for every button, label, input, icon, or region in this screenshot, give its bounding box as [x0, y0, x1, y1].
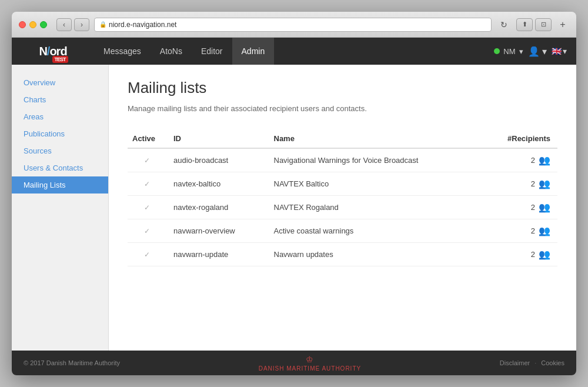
page-title: Mailing lists	[128, 79, 557, 97]
cell-name: Navigational Warnings for Voice Broadcas…	[269, 148, 483, 172]
close-button[interactable]	[19, 21, 26, 28]
sidebar-item-publications[interactable]: Publications	[12, 125, 108, 142]
table-body: ✓audio-broadcastNavigational Warnings fo…	[128, 148, 557, 266]
sidebar-item-overview[interactable]: Overview	[12, 74, 108, 91]
nav-messages[interactable]: Messages	[94, 38, 151, 65]
recipients-count: 2	[531, 179, 535, 188]
browser-window: ‹ › 🔒 niord.e-navigation.net ↻ ⬆ ⊡ + N/o…	[12, 12, 576, 375]
recipients-count: 2	[531, 203, 535, 212]
recipients-icon: 👥	[539, 249, 550, 260]
cell-active: ✓	[128, 219, 169, 243]
footer-copyright: © 2017 Danish Maritime Authority	[24, 359, 120, 366]
col-id: ID	[169, 129, 269, 148]
address-bar[interactable]: 🔒 niord.e-navigation.net	[94, 18, 492, 32]
cell-active: ✓	[128, 148, 169, 172]
recipients-icon: 👥	[539, 225, 550, 236]
cell-id: audio-broadcast	[169, 148, 269, 172]
cell-active: ✓	[128, 196, 169, 219]
sidebar-item-sources[interactable]: Sources	[12, 142, 108, 159]
maximize-button[interactable]	[40, 21, 47, 28]
cell-id: navtex-rogaland	[169, 196, 269, 219]
user-chevron-icon: ▾	[542, 46, 547, 56]
cell-id: navwarn-overview	[169, 219, 269, 243]
sidebar-item-mailing-lists[interactable]: Mailing Lists	[12, 176, 108, 194]
nav-links: Messages AtoNs Editor Admin	[94, 38, 274, 65]
table-row[interactable]: ✓navtex-rogalandNAVTEX Rogaland2👥	[128, 196, 557, 219]
cell-name: Navwarn updates	[269, 243, 483, 266]
cell-name: NAVTEX Baltico	[269, 172, 483, 196]
content-area: Mailing lists Manage mailing lists and t…	[109, 65, 576, 351]
brand-badge: TEST	[52, 56, 68, 63]
crown-icon: ♔	[306, 355, 313, 364]
lock-icon: 🔒	[99, 21, 106, 28]
page-description: Manage mailing lists and their associate…	[128, 104, 557, 113]
footer-logo-text: Danish Maritime Authority	[259, 365, 361, 372]
back-button[interactable]: ‹	[56, 18, 72, 31]
recipients-icon: 👥	[539, 202, 550, 213]
recipients-count: 2	[531, 226, 535, 235]
nav-admin[interactable]: Admin	[232, 38, 275, 65]
app: N/ord TEST Messages AtoNs Editor Admin N…	[12, 38, 576, 375]
user-button[interactable]: 👤 ▾	[528, 46, 547, 57]
nm-label: NM	[503, 47, 515, 56]
flag-chevron-icon: ▾	[563, 46, 567, 56]
recipients-count: 2	[531, 156, 535, 165]
cell-active: ✓	[128, 172, 169, 196]
sidebar-item-areas[interactable]: Areas	[12, 108, 108, 125]
cell-recipients: 2👥	[483, 219, 557, 243]
disclaimer-link[interactable]: Disclaimer	[500, 359, 530, 366]
sidebar-item-charts[interactable]: Charts	[12, 91, 108, 108]
footer-right: Disclaimer · Cookies	[500, 359, 564, 366]
table-row[interactable]: ✓navwarn-overviewActive coastal warnings…	[128, 219, 557, 243]
nm-chevron-icon: ▾	[519, 47, 523, 56]
cell-id: navwarn-update	[169, 243, 269, 266]
cell-active: ✓	[128, 243, 169, 266]
tab-button[interactable]: ⊡	[535, 18, 552, 31]
cell-name: NAVTEX Rogaland	[269, 196, 483, 219]
cell-name: Active coastal warnings	[269, 219, 483, 243]
forward-button[interactable]: ›	[74, 18, 89, 31]
checkmark-icon: ✓	[144, 251, 150, 259]
cell-recipients: 2👥	[483, 196, 557, 219]
recipients-count: 2	[531, 250, 535, 259]
share-button[interactable]: ⬆	[516, 18, 533, 31]
brand-logo: N/ord TEST	[39, 45, 66, 58]
cell-recipients: 2👥	[483, 172, 557, 196]
cell-recipients: 2👥	[483, 243, 557, 266]
browser-titlebar: ‹ › 🔒 niord.e-navigation.net ↻ ⬆ ⊡ +	[12, 12, 576, 38]
nav-atons[interactable]: AtoNs	[151, 38, 192, 65]
cell-recipients: 2👥	[483, 148, 557, 172]
user-icon: 👤	[528, 46, 540, 56]
footer-center: ♔ Danish Maritime Authority	[120, 355, 500, 372]
footer-divider: ·	[534, 359, 536, 366]
table-header-row: Active ID Name #Recipients	[128, 129, 557, 148]
sidebar: Overview Charts Areas Publications Sourc…	[12, 65, 109, 351]
checkmark-icon: ✓	[144, 156, 150, 165]
nm-status-dot	[494, 48, 500, 54]
main-area: Overview Charts Areas Publications Sourc…	[12, 65, 576, 351]
table-header: Active ID Name #Recipients	[128, 129, 557, 148]
cookies-link[interactable]: Cookies	[541, 359, 564, 366]
table-row[interactable]: ✓navtex-balticoNAVTEX Baltico2👥	[128, 172, 557, 196]
flag-icon: 🇬🇧	[552, 46, 562, 56]
traffic-lights	[19, 21, 47, 28]
table-row[interactable]: ✓navwarn-updateNavwarn updates2👥	[128, 243, 557, 266]
col-active: Active	[128, 129, 169, 148]
footer: © 2017 Danish Maritime Authority ♔ Danis…	[12, 351, 576, 375]
recipients-icon: 👥	[539, 178, 550, 189]
flag-button[interactable]: 🇬🇧 ▾	[552, 46, 567, 56]
sidebar-item-users-contacts[interactable]: Users & Contacts	[12, 159, 108, 176]
nm-indicator[interactable]: NM ▾	[494, 47, 523, 56]
reload-button[interactable]: ↻	[496, 18, 512, 31]
new-tab-button[interactable]: +	[556, 18, 569, 31]
col-name: Name	[269, 129, 483, 148]
checkmark-icon: ✓	[144, 180, 150, 188]
nav-editor[interactable]: Editor	[192, 38, 232, 65]
table-row[interactable]: ✓audio-broadcastNavigational Warnings fo…	[128, 148, 557, 172]
cell-id: navtex-baltico	[169, 172, 269, 196]
minimize-button[interactable]	[29, 21, 36, 28]
browser-actions: ⬆ ⊡	[516, 18, 552, 31]
top-nav: N/ord TEST Messages AtoNs Editor Admin N…	[12, 38, 576, 65]
col-recipients: #Recipients	[483, 129, 557, 148]
nav-right: NM ▾ 👤 ▾ 🇬🇧 ▾	[494, 46, 576, 57]
